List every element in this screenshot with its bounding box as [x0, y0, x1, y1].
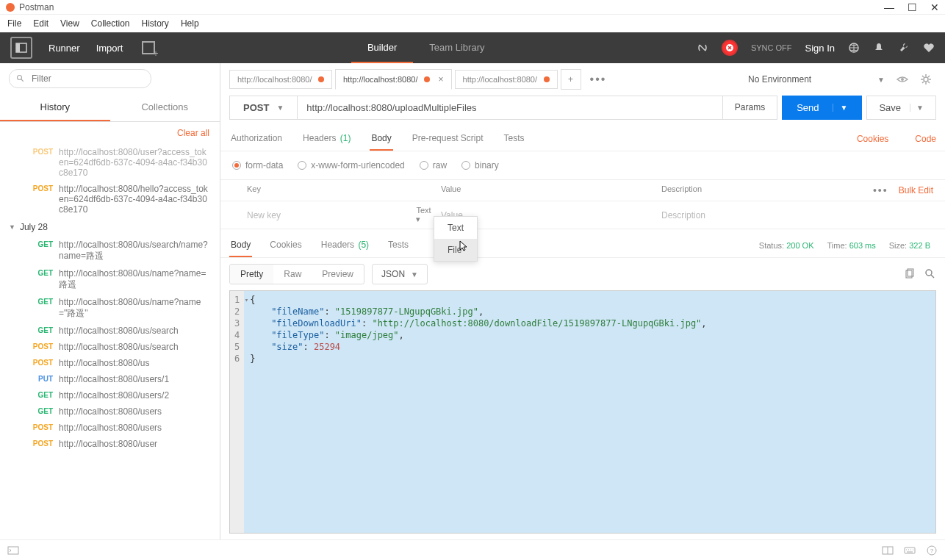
- app-icon: [6, 3, 15, 12]
- fmt-pretty[interactable]: Pretty: [230, 265, 273, 284]
- menu-file[interactable]: File: [7, 18, 21, 29]
- resp-tab-cookies[interactable]: Cookies: [268, 234, 303, 257]
- bulk-edit-link[interactable]: Bulk Edit: [899, 185, 933, 195]
- clear-all-link[interactable]: Clear all: [177, 128, 209, 138]
- radio-icon: [298, 161, 306, 170]
- tab-tests[interactable]: Tests: [502, 127, 525, 151]
- tab-headers[interactable]: Headers (1): [301, 127, 352, 151]
- eye-icon[interactable]: [897, 73, 908, 85]
- request-tab[interactable]: http://localhost:8080/: [455, 70, 558, 89]
- history-item[interactable]: POST http://localhost:8080/user?access_t…: [6, 144, 214, 181]
- tab-prerequest[interactable]: Pre-request Script: [411, 127, 485, 151]
- close-tab-icon[interactable]: ×: [439, 74, 444, 85]
- history-date-group[interactable]: ▼ July 28: [6, 218, 214, 237]
- method-select[interactable]: POST ▼: [229, 96, 297, 120]
- gear-icon[interactable]: [920, 73, 932, 85]
- radio-form-data[interactable]: form-data: [232, 160, 283, 170]
- send-button[interactable]: Send ▼: [782, 96, 862, 120]
- globe-icon[interactable]: [848, 42, 860, 54]
- history-item[interactable]: GEThttp://localhost:8080/us/name?name="路…: [6, 294, 214, 323]
- method-label: GET: [24, 297, 53, 306]
- sign-in-button[interactable]: Sign In: [805, 43, 835, 54]
- search-response-icon[interactable]: [924, 268, 936, 280]
- filter-input[interactable]: [9, 69, 151, 88]
- request-tab[interactable]: http://localhost:8080/ ×: [335, 69, 452, 90]
- resp-tab-headers[interactable]: Headers (5): [320, 234, 370, 257]
- menu-history[interactable]: History: [142, 18, 169, 29]
- wrench-icon[interactable]: [898, 42, 910, 54]
- key-type-select[interactable]: Text ▾: [416, 206, 435, 224]
- help-icon[interactable]: ?: [926, 545, 938, 556]
- chevron-down-icon[interactable]: ▼: [910, 104, 924, 112]
- description-input[interactable]: Description: [661, 210, 945, 220]
- key-input[interactable]: New key: [220, 210, 416, 220]
- history-url: http://localhost:8080/us/search: [59, 342, 179, 352]
- history-item[interactable]: GEThttp://localhost:8080/users/2: [6, 387, 214, 403]
- code-link[interactable]: Code: [915, 134, 936, 144]
- runner-button[interactable]: Runner: [48, 43, 80, 54]
- resp-tab-body[interactable]: Body: [229, 234, 252, 257]
- history-list[interactable]: POST http://localhost:8080/user?access_t…: [0, 144, 220, 539]
- keyboard-icon[interactable]: [904, 545, 916, 556]
- resp-tab-tests[interactable]: Tests: [387, 234, 410, 257]
- url-input[interactable]: [297, 96, 723, 120]
- history-item[interactable]: PUThttp://localhost:8080/users/1: [6, 371, 214, 387]
- tab-overflow-menu[interactable]: •••: [584, 73, 613, 86]
- radio-urlencoded[interactable]: x-www-form-urlencoded: [298, 160, 404, 170]
- history-item[interactable]: POSThttp://localhost:8080/us: [6, 355, 214, 371]
- request-tab[interactable]: http://localhost:8080/: [229, 70, 332, 89]
- svg-point-9: [926, 270, 932, 276]
- add-request-tab[interactable]: +: [561, 69, 581, 90]
- new-tab-button[interactable]: [142, 41, 155, 54]
- sync-status-icon[interactable]: [722, 40, 738, 56]
- radio-binary[interactable]: binary: [461, 160, 499, 170]
- code-text: { "fileName": "1519897877-LNgupqGBki.jpg…: [244, 291, 935, 533]
- history-item[interactable]: GEThttp://localhost:8080/users: [6, 403, 214, 420]
- save-button[interactable]: Save ▼: [866, 96, 936, 120]
- menu-help[interactable]: Help: [181, 18, 199, 29]
- chevron-down-icon: ▼: [276, 104, 284, 112]
- history-url: http://localhost:8080/us/name?name="路遥": [59, 297, 211, 320]
- fmt-raw[interactable]: Raw: [273, 265, 312, 284]
- history-item[interactable]: GEThttp://localhost:8080/us/search/name?…: [6, 237, 214, 265]
- history-item[interactable]: POSThttp://localhost:8080/user: [6, 436, 214, 452]
- fmt-preview[interactable]: Preview: [312, 265, 364, 284]
- team-library-tab[interactable]: Team Library: [413, 32, 500, 63]
- builder-tab[interactable]: Builder: [351, 32, 413, 63]
- response-body[interactable]: 1 2 3 4 5 6 { "fileName": "1519897877-LN…: [229, 290, 936, 534]
- menu-view[interactable]: View: [60, 18, 79, 29]
- copy-icon[interactable]: [904, 268, 916, 280]
- params-button[interactable]: Params: [723, 96, 777, 120]
- menu-edit[interactable]: Edit: [33, 18, 48, 29]
- toggle-sidebar-button[interactable]: [10, 37, 32, 59]
- environment-selector[interactable]: No Environment ▼: [744, 73, 936, 85]
- heart-icon[interactable]: [923, 42, 935, 54]
- two-pane-icon[interactable]: [882, 545, 894, 556]
- column-options-icon[interactable]: •••: [873, 184, 888, 196]
- history-item[interactable]: POST http://localhost:8080/hello?access_…: [6, 181, 214, 218]
- svg-rect-10: [8, 547, 18, 554]
- chevron-down-icon[interactable]: ▼: [833, 104, 848, 112]
- caret-down-icon: ▼: [9, 223, 15, 231]
- maximize-button[interactable]: ☐: [908, 1, 917, 13]
- dropdown-item-text[interactable]: Text: [434, 217, 477, 239]
- history-item[interactable]: POSThttp://localhost:8080/users: [6, 420, 214, 436]
- history-item[interactable]: GEThttp://localhost:8080/us/search: [6, 323, 214, 339]
- history-item[interactable]: GEThttp://localhost:8080/us/name?name=路遥: [6, 265, 214, 294]
- satellite-icon[interactable]: [697, 42, 708, 54]
- import-button[interactable]: Import: [96, 43, 123, 54]
- bell-icon[interactable]: [873, 42, 885, 54]
- console-icon[interactable]: [7, 545, 19, 556]
- cookies-link[interactable]: Cookies: [857, 134, 888, 144]
- format-select[interactable]: JSON ▼: [372, 264, 428, 284]
- tab-body[interactable]: Body: [370, 127, 392, 151]
- method-label: POST: [24, 184, 53, 193]
- minimize-button[interactable]: —: [884, 1, 894, 13]
- close-button[interactable]: ✕: [930, 1, 939, 13]
- collections-tab[interactable]: Collections: [110, 94, 220, 121]
- radio-raw[interactable]: raw: [420, 160, 447, 170]
- history-item[interactable]: POSThttp://localhost:8080/us/search: [6, 339, 214, 355]
- menu-collection[interactable]: Collection: [91, 18, 130, 29]
- tab-authorization[interactable]: Authorization: [229, 127, 284, 151]
- history-tab[interactable]: History: [0, 94, 110, 121]
